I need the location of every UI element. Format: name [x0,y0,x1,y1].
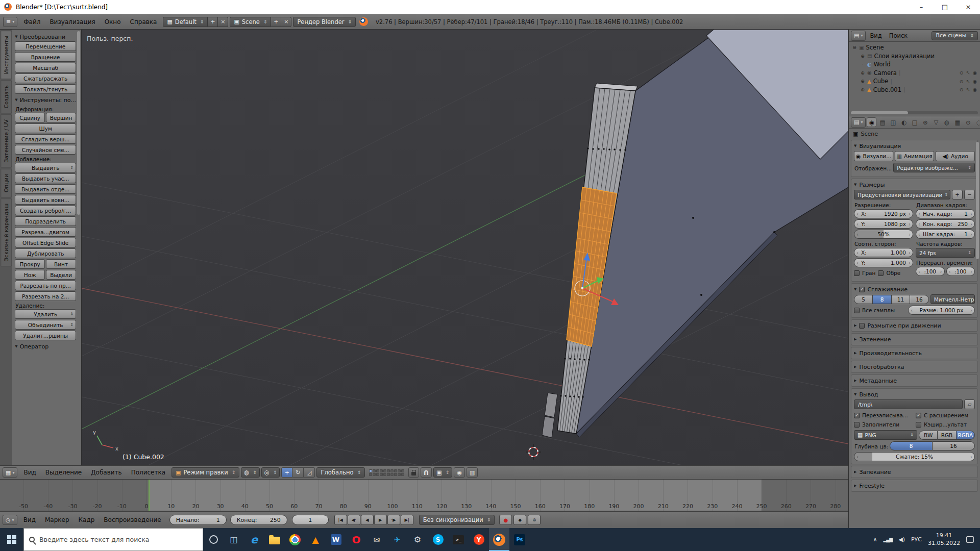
tab-scene-icon[interactable]: ◫ [888,117,898,127]
add-scene-button[interactable]: + [271,17,281,27]
time-remap-new-field[interactable]: :100 [946,267,975,276]
viewport-menu-item[interactable]: Вид [19,466,40,479]
yandex-button[interactable]: Y [469,528,489,551]
record-button[interactable]: ● [499,515,512,525]
fps-dropdown[interactable]: 24 fps [916,248,975,258]
minimize-button[interactable]: – [910,0,933,14]
tab-material-icon[interactable]: ◍ [942,117,951,127]
start-button[interactable] [0,528,23,551]
frame-start-field[interactable]: Начало:1 [169,515,227,525]
tool-button[interactable]: Сдвину [15,113,45,122]
tool-shelf-tab[interactable]: Инструменты [1,31,12,79]
tool-button[interactable]: Случайное сме... [15,145,76,155]
playback-button[interactable]: ▶ [374,515,387,525]
tool-button[interactable]: Разрезать по пр... [15,281,76,290]
editor-type-info-button[interactable]: ≡ [3,17,17,27]
rotate-manipulator-button[interactable]: ↻ [292,467,304,478]
outliner-item-cube001[interactable]: ⊕ ▲ Cube.001 | ⊙ ↖ ◉ [852,86,978,94]
playback-button[interactable]: ◀· [348,515,360,525]
mail-button[interactable]: ✉ [366,528,387,551]
start-frame-field[interactable]: Нач. кадр:1 [916,209,975,218]
snap-magnet-button[interactable]: U [421,467,432,478]
menu-item[interactable]: Файл [19,14,45,29]
tool-button[interactable]: Создать ребро/г... [15,206,76,215]
outliner-search-menu[interactable]: Поиск [886,30,911,41]
skype-button[interactable]: S [428,528,448,551]
panel-shading-header[interactable]: Затенение [854,334,975,344]
color-mode-rgba[interactable]: RGBA [957,431,975,440]
file-extension-checkbox[interactable] [916,413,921,418]
panel-baking-header[interactable]: Запекание [854,467,975,477]
keying-set-button[interactable]: ◆ [513,515,526,525]
outliner-item-cube[interactable]: ⊕ ▲ Cube | ⊙ ↖ ◉ [852,77,978,86]
full-sample-checkbox[interactable] [854,308,860,313]
panel-postprocessing-header[interactable]: Постобработка [854,362,975,372]
remove-preset-button[interactable]: − [964,190,975,199]
timeline-menu-item[interactable]: Кадр [74,512,100,528]
viewport-menu-item[interactable]: Выделение [41,466,86,479]
layers-widget[interactable] [369,469,404,476]
tool-shelf-tab[interactable]: Эскизный карандаш [1,198,12,266]
editor-type-outliner-button[interactable]: ▤ [851,31,866,41]
panel-meshtools-header[interactable]: Инструменты: по... [15,95,76,105]
tool-button[interactable]: Прокру [15,259,45,269]
tool-button[interactable]: Выдели [46,270,76,280]
motion-blur-checkbox[interactable] [859,323,865,329]
panel-output-header[interactable]: Вывод [854,389,975,399]
vlc-button[interactable]: ▲ [305,528,326,551]
properties-scrollbar[interactable] [976,142,979,259]
notification-icon[interactable] [966,536,974,543]
editor-type-3d-button[interactable]: ▦ [3,467,17,478]
expand-icon[interactable]: ⊕ [860,79,865,84]
extrude-menu-button[interactable]: Выдавить [15,163,76,172]
crop-checkbox[interactable] [878,270,884,276]
timeline-menu-item[interactable]: Воспроизведение [99,512,165,528]
render-presets-dropdown[interactable]: Предустановки визуализации [854,190,950,199]
editor-type-properties-button[interactable]: ▤ [851,117,866,128]
mode-dropdown[interactable]: ▣ Режим правки [172,467,239,478]
resolution-y-field[interactable]: Y:1080 px [854,219,913,229]
tool-button[interactable]: Дублировать [15,248,76,258]
tray-expand-icon[interactable]: ∧ [873,536,877,543]
resolution-x-field[interactable]: X:1920 px [854,209,913,218]
panel-performance-header[interactable]: Производительность [854,348,975,358]
render-display-dropdown[interactable]: Редактор изображе... [893,163,975,172]
color-mode-bw[interactable]: BW [919,431,938,440]
tab-physics-icon[interactable]: ◌ [974,117,980,127]
tool-button[interactable]: Сжать/расжать [15,73,76,83]
aspect-x-field[interactable]: X:1.000 [854,248,913,257]
panel-operator-header[interactable]: Оператор [15,342,76,351]
panel-dimensions-header[interactable]: Размеры [854,180,975,190]
telegram-button[interactable]: ✈ [387,528,407,551]
current-frame-indicator[interactable] [149,480,150,511]
outliner-item-scene[interactable]: ⊖ ▣ Scene [852,43,978,52]
timeline-menu-item[interactable]: Маркер [40,512,74,528]
tool-button[interactable]: Выдавить учас... [15,173,76,183]
tool-button[interactable]: Выдавить отде... [15,184,76,194]
tool-button[interactable]: Толкать/тянуть [15,84,76,94]
render-audio-button[interactable]: ◀) Аудио [936,151,975,161]
aspect-y-field[interactable]: Y:1.000 [854,258,913,267]
playback-button[interactable]: ▶| [401,515,413,525]
settings-button[interactable]: ⚙ [407,528,428,551]
outliner-item-world[interactable]: · ◐ World [852,60,978,69]
timeline-editor[interactable]: -50-40-30-20-100102030405060708090100110… [0,480,848,511]
file-explorer-button[interactable] [264,528,285,551]
time-remap-old-field[interactable]: :100 [916,267,945,276]
tab-particles-icon[interactable]: ⊙ [963,117,973,127]
tool-button[interactable]: Сгладить верш... [15,134,76,144]
renderable-icon[interactable]: ◉ [973,79,977,84]
word-button[interactable]: W [326,528,346,551]
render-button[interactable]: ◉ Визуали... [854,151,893,161]
panel-antialiasing-header[interactable]: Сглаживание [854,284,975,294]
tool-button[interactable]: Вершин [46,113,76,122]
aa-samples-5[interactable]: 5 [854,295,873,304]
cache-result-checkbox[interactable] [916,422,921,428]
tool-shelf-tab[interactable]: Создать [1,80,12,113]
language-indicator[interactable]: РУС [911,536,922,543]
tool-button[interactable]: Разреза...двигом [15,227,76,237]
renderable-icon[interactable]: ◉ [973,87,977,92]
tab-world-icon[interactable]: ◐ [899,117,909,127]
network-icon[interactable]: ▂▄▆ [883,537,892,542]
tool-button[interactable]: Разрезать на 2... [15,291,76,301]
